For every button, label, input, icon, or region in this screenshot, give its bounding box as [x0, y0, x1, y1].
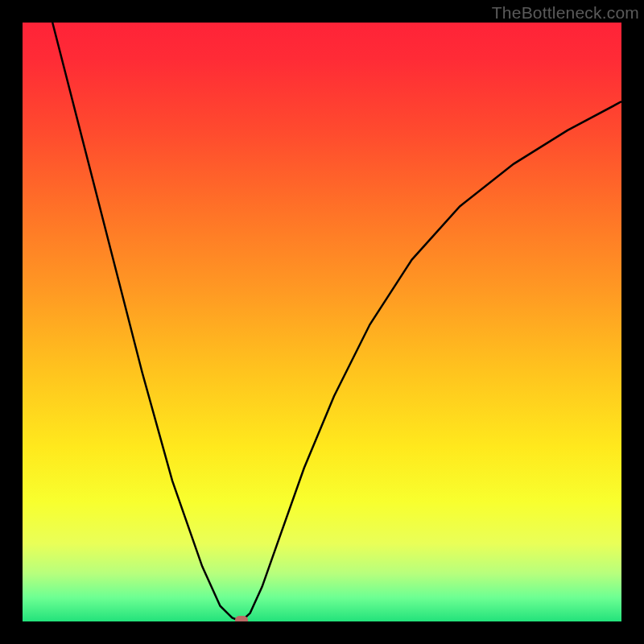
curve-path	[52, 23, 621, 621]
optimum-marker	[235, 616, 248, 621]
watermark-text: TheBottleneck.com	[492, 3, 639, 23]
plot-area	[23, 23, 621, 621]
chart-canvas: TheBottleneck.com	[0, 0, 644, 644]
bottleneck-curve	[23, 23, 621, 621]
